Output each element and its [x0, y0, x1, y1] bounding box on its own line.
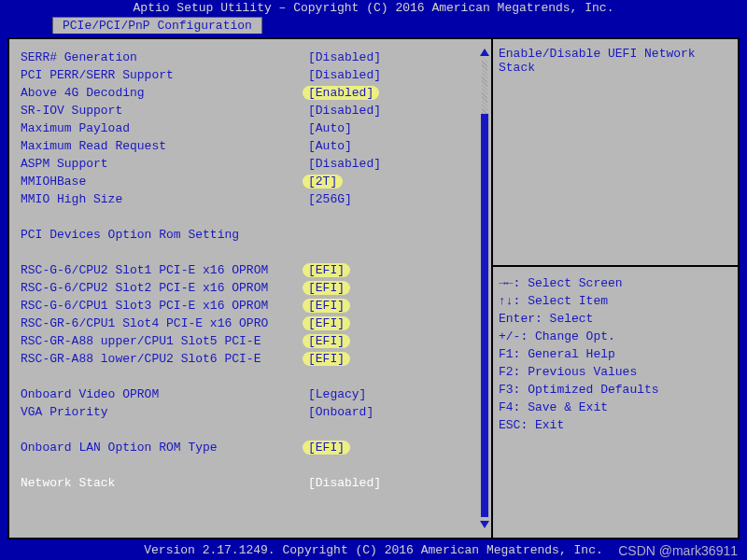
highlight-marker: [EFI]	[303, 316, 350, 330]
item-mmiohigh[interactable]: MMIO High Size [256G]	[21, 190, 486, 208]
settings-pane[interactable]: SERR# Generation [Disabled] PCI PERR/SER…	[9, 39, 491, 538]
item-serr[interactable]: SERR# Generation [Disabled]	[21, 49, 486, 66]
item-value: [EFI]	[308, 279, 486, 297]
item-value: [Onboard]	[308, 403, 486, 421]
highlight-marker: [2T]	[303, 175, 343, 189]
help-pane: Enable/Disable UEFI Network Stack →←: Se…	[491, 39, 738, 538]
item-label: Maximum Payload	[21, 119, 308, 137]
item-value: [Disabled]	[308, 66, 486, 84]
tab-row: PCIe/PCI/PnP Configuration	[0, 17, 747, 35]
highlight-marker: [Enabled]	[303, 86, 379, 100]
item-value: [Auto]	[308, 137, 486, 155]
item-maxread[interactable]: Maximum Read Request [Auto]	[21, 137, 486, 155]
item-network-stack[interactable]: Network Stack [Disabled]	[21, 474, 486, 492]
item-value: [Disabled]	[308, 102, 486, 119]
legend-f3: F3: Optimized Defaults	[499, 381, 732, 399]
item-label: RSC-G-6/CPU2 Slot1 PCI-E x16 OPROM	[21, 261, 308, 279]
item-label: SR-IOV Support	[21, 102, 308, 119]
spacer	[21, 208, 486, 226]
item-video-oprom[interactable]: Onboard Video OPROM [Legacy]	[21, 385, 486, 403]
item-label: RSC-G-6/CPU1 Slot3 PCI-E x16 OPROM	[21, 297, 308, 315]
item-label: RSC-G-6/CPU2 Slot2 PCI-E x16 OPROM	[21, 279, 308, 297]
item-label: Above 4G Decoding	[21, 84, 308, 102]
legend-f1: F1: General Help	[499, 345, 732, 363]
item-value: [Legacy]	[308, 385, 486, 403]
item-slot2[interactable]: RSC-G-6/CPU2 Slot2 PCI-E x16 OPROM [EFI]	[21, 279, 486, 297]
legend-change-opt: +/-: Change Opt.	[499, 328, 732, 345]
spacer	[21, 456, 486, 474]
item-value: [Auto]	[308, 119, 486, 137]
key-legend: →←: Select Screen ↑↓: Select Item Enter:…	[493, 265, 738, 538]
item-label: VGA Priority	[21, 403, 308, 421]
legend-esc: ESC: Exit	[499, 416, 732, 434]
item-vga-priority[interactable]: VGA Priority [Onboard]	[21, 403, 486, 421]
item-value: [Disabled]	[308, 49, 486, 66]
highlight-marker: [EFI]	[303, 263, 350, 277]
highlight-marker: [EFI]	[303, 281, 350, 295]
tab-pcie-config[interactable]: PCIe/PCI/PnP Configuration	[52, 17, 262, 34]
item-value: [EFI]	[308, 315, 486, 332]
legend-f2: F2: Previous Values	[499, 363, 732, 381]
watermark: CSDN @mark36911	[618, 543, 738, 558]
item-value: [EFI]	[308, 332, 486, 350]
item-lan-rom-type[interactable]: Onboard LAN Option ROM Type [EFI]	[21, 439, 486, 456]
scroll-up-arrow-icon[interactable]	[480, 49, 489, 56]
item-value: [Enabled]	[308, 84, 486, 102]
item-label: PCI PERR/SERR Support	[21, 66, 308, 84]
item-value: [EFI]	[308, 350, 486, 368]
item-value: [2T]	[308, 173, 486, 190]
item-slot1[interactable]: RSC-G-6/CPU2 Slot1 PCI-E x16 OPROM [EFI]	[21, 261, 486, 279]
item-value: [EFI]	[308, 261, 486, 279]
spacer	[21, 368, 486, 385]
highlight-marker: [EFI]	[303, 352, 350, 366]
item-perr[interactable]: PCI PERR/SERR Support [Disabled]	[21, 66, 486, 84]
spacer	[21, 421, 486, 439]
scroll-thumb[interactable]	[481, 114, 488, 517]
item-above4g[interactable]: Above 4G Decoding [Enabled]	[21, 84, 486, 102]
item-mmiobase[interactable]: MMIOHBase [2T]	[21, 173, 486, 190]
item-slot5[interactable]: RSC-GR-A88 upper/CPU1 Slot5 PCI-E [EFI]	[21, 332, 486, 350]
item-label: RSC-GR-6/CPU1 Slot4 PCI-E x16 OPRO	[21, 315, 308, 332]
item-value: [EFI]	[308, 297, 486, 315]
item-label: ASPM Support	[21, 155, 308, 173]
item-label: Onboard LAN Option ROM Type	[21, 439, 308, 456]
legend-enter: Enter: Select	[499, 310, 732, 328]
item-value: [Disabled]	[308, 474, 486, 492]
legend-select-screen: →←: Select Screen	[499, 274, 732, 292]
item-label: MMIOHBase	[21, 173, 308, 190]
item-label: SERR# Generation	[21, 49, 308, 66]
item-label: MMIO High Size	[21, 190, 308, 208]
window-title: Aptio Setup Utility – Copyright (C) 2016…	[0, 0, 747, 17]
spacer	[21, 244, 486, 261]
item-label: Maximum Read Request	[21, 137, 308, 155]
section-header-pci-oprom: PCI Devices Option Rom Setting	[21, 226, 486, 244]
highlight-marker: [EFI]	[303, 441, 350, 455]
item-value: [256G]	[308, 190, 486, 208]
highlight-marker: [EFI]	[303, 299, 350, 313]
item-aspm[interactable]: ASPM Support [Disabled]	[21, 155, 486, 173]
item-label: RSC-GR-A88 lower/CPU2 Slot6 PCI-E	[21, 350, 308, 368]
item-sriov[interactable]: SR-IOV Support [Disabled]	[21, 102, 486, 119]
main-frame: SERR# Generation [Disabled] PCI PERR/SER…	[7, 37, 740, 539]
highlight-marker: [EFI]	[303, 334, 350, 348]
scroll-down-arrow-icon[interactable]	[480, 521, 489, 528]
item-slot6[interactable]: RSC-GR-A88 lower/CPU2 Slot6 PCI-E [EFI]	[21, 350, 486, 368]
item-label: Network Stack	[21, 474, 308, 492]
item-value: [Disabled]	[308, 155, 486, 173]
item-slot3[interactable]: RSC-G-6/CPU1 Slot3 PCI-E x16 OPROM [EFI]	[21, 297, 486, 315]
item-maxpayload[interactable]: Maximum Payload [Auto]	[21, 119, 486, 137]
item-help-text: Enable/Disable UEFI Network Stack	[493, 39, 738, 265]
legend-select-item: ↑↓: Select Item	[499, 292, 732, 310]
item-label: RSC-GR-A88 upper/CPU1 Slot5 PCI-E	[21, 332, 308, 350]
item-slot4[interactable]: RSC-GR-6/CPU1 Slot4 PCI-E x16 OPRO [EFI]	[21, 315, 486, 332]
legend-f4: F4: Save & Exit	[499, 399, 732, 416]
item-label: Onboard Video OPROM	[21, 385, 308, 403]
item-value: [EFI]	[308, 439, 486, 456]
scrollbar[interactable]	[480, 49, 489, 528]
